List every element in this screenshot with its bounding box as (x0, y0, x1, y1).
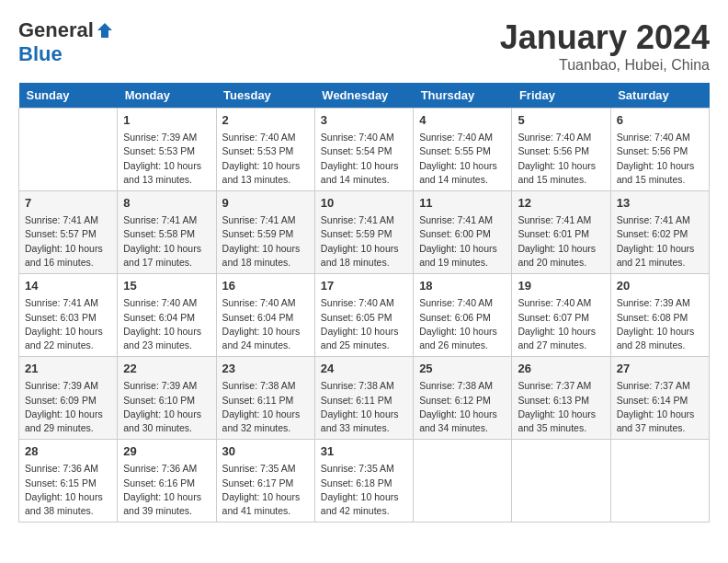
table-row: 10Sunrise: 7:41 AMSunset: 5:59 PMDayligh… (314, 191, 413, 274)
day-number: 2 (222, 112, 309, 129)
day-info: Sunrise: 7:40 AMSunset: 5:56 PMDaylight:… (518, 131, 604, 187)
day-number: 19 (518, 278, 604, 294)
table-row: 8Sunrise: 7:41 AMSunset: 5:58 PMDaylight… (118, 191, 216, 274)
table-row: 20Sunrise: 7:39 AMSunset: 6:08 PMDayligh… (610, 274, 709, 357)
day-info: Sunrise: 7:38 AMSunset: 6:11 PMDaylight:… (321, 379, 407, 435)
day-number: 13 (617, 195, 703, 212)
table-row: 27Sunrise: 7:37 AMSunset: 6:14 PMDayligh… (610, 357, 709, 440)
day-info: Sunrise: 7:41 AMSunset: 6:01 PMDaylight:… (518, 213, 604, 270)
day-info: Sunrise: 7:37 AMSunset: 6:13 PMDaylight:… (518, 379, 604, 435)
day-info: Sunrise: 7:39 AMSunset: 6:09 PMDaylight:… (25, 379, 111, 435)
table-row: 13Sunrise: 7:41 AMSunset: 6:02 PMDayligh… (610, 191, 709, 274)
table-row: 22Sunrise: 7:39 AMSunset: 6:10 PMDayligh… (118, 357, 216, 440)
table-row: 16Sunrise: 7:40 AMSunset: 6:04 PMDayligh… (216, 274, 314, 357)
table-row: 2Sunrise: 7:40 AMSunset: 5:53 PMDaylight… (216, 109, 314, 191)
table-row: 23Sunrise: 7:38 AMSunset: 6:11 PMDayligh… (216, 357, 314, 440)
day-number: 24 (321, 361, 407, 377)
day-info: Sunrise: 7:40 AMSunset: 5:56 PMDaylight:… (617, 131, 703, 187)
day-number: 1 (123, 112, 210, 129)
table-row: 14Sunrise: 7:41 AMSunset: 6:03 PMDayligh… (19, 274, 118, 357)
day-info: Sunrise: 7:39 AMSunset: 5:53 PMDaylight:… (123, 131, 210, 187)
table-row: 24Sunrise: 7:38 AMSunset: 6:11 PMDayligh… (314, 357, 413, 440)
day-number: 8 (123, 195, 210, 212)
day-number: 25 (419, 361, 506, 377)
week-row-3: 14Sunrise: 7:41 AMSunset: 6:03 PMDayligh… (19, 274, 710, 357)
logo-general-text: General (18, 18, 94, 42)
day-info: Sunrise: 7:40 AMSunset: 6:07 PMDaylight:… (518, 296, 604, 352)
day-number: 21 (25, 361, 111, 377)
day-number: 28 (25, 443, 111, 460)
header-monday: Monday (118, 83, 216, 109)
day-info: Sunrise: 7:37 AMSunset: 6:14 PMDaylight:… (617, 379, 703, 435)
day-info: Sunrise: 7:41 AMSunset: 6:02 PMDaylight:… (617, 213, 703, 270)
table-row: 1Sunrise: 7:39 AMSunset: 5:53 PMDaylight… (118, 109, 216, 191)
logo-icon (96, 21, 114, 40)
table-row: 6Sunrise: 7:40 AMSunset: 5:56 PMDaylight… (610, 109, 709, 191)
table-row (19, 109, 118, 191)
month-year-title: January 2024 (500, 18, 710, 57)
days-header-row: Sunday Monday Tuesday Wednesday Thursday… (19, 83, 710, 109)
calendar-table: Sunday Monday Tuesday Wednesday Thursday… (18, 83, 710, 523)
day-info: Sunrise: 7:41 AMSunset: 5:58 PMDaylight:… (123, 213, 210, 270)
day-number: 29 (123, 443, 210, 460)
day-number: 16 (222, 278, 309, 294)
day-info: Sunrise: 7:35 AMSunset: 6:18 PMDaylight:… (321, 462, 407, 518)
header-wednesday: Wednesday (314, 83, 413, 109)
day-number: 20 (617, 278, 703, 294)
table-row: 3Sunrise: 7:40 AMSunset: 5:54 PMDaylight… (314, 109, 413, 191)
day-info: Sunrise: 7:41 AMSunset: 6:00 PMDaylight:… (419, 213, 506, 270)
day-info: Sunrise: 7:40 AMSunset: 5:55 PMDaylight:… (419, 131, 506, 187)
header-friday: Friday (512, 83, 610, 109)
week-row-1: 1Sunrise: 7:39 AMSunset: 5:53 PMDaylight… (19, 109, 710, 191)
location-subtitle: Tuanbao, Hubei, China (500, 57, 710, 74)
header: General Blue January 2024 Tuanbao, Hubei… (18, 18, 710, 74)
table-row: 12Sunrise: 7:41 AMSunset: 6:01 PMDayligh… (512, 191, 610, 274)
table-row (512, 440, 610, 523)
table-row: 19Sunrise: 7:40 AMSunset: 6:07 PMDayligh… (512, 274, 610, 357)
day-number: 5 (518, 112, 604, 129)
table-row: 11Sunrise: 7:41 AMSunset: 6:00 PMDayligh… (414, 191, 512, 274)
day-info: Sunrise: 7:40 AMSunset: 5:54 PMDaylight:… (321, 131, 407, 187)
day-info: Sunrise: 7:41 AMSunset: 6:03 PMDaylight:… (25, 296, 111, 352)
day-info: Sunrise: 7:41 AMSunset: 5:57 PMDaylight:… (25, 213, 111, 270)
logo-blue-text: Blue (18, 42, 63, 66)
day-number: 10 (321, 195, 407, 212)
day-info: Sunrise: 7:40 AMSunset: 6:04 PMDaylight:… (222, 296, 309, 352)
table-row: 29Sunrise: 7:36 AMSunset: 6:16 PMDayligh… (118, 440, 216, 523)
day-number: 11 (419, 195, 506, 212)
day-number: 3 (321, 112, 407, 129)
table-row: 28Sunrise: 7:36 AMSunset: 6:15 PMDayligh… (19, 440, 118, 523)
day-info: Sunrise: 7:41 AMSunset: 5:59 PMDaylight:… (321, 213, 407, 270)
day-info: Sunrise: 7:40 AMSunset: 5:53 PMDaylight:… (222, 131, 309, 187)
day-info: Sunrise: 7:40 AMSunset: 6:05 PMDaylight:… (321, 296, 407, 352)
header-tuesday: Tuesday (216, 83, 314, 109)
table-row: 7Sunrise: 7:41 AMSunset: 5:57 PMDaylight… (19, 191, 118, 274)
header-thursday: Thursday (414, 83, 512, 109)
day-info: Sunrise: 7:35 AMSunset: 6:17 PMDaylight:… (222, 462, 309, 518)
day-info: Sunrise: 7:38 AMSunset: 6:11 PMDaylight:… (222, 379, 309, 435)
table-row: 30Sunrise: 7:35 AMSunset: 6:17 PMDayligh… (216, 440, 314, 523)
svg-marker-0 (97, 23, 112, 38)
table-row: 17Sunrise: 7:40 AMSunset: 6:05 PMDayligh… (314, 274, 413, 357)
day-info: Sunrise: 7:39 AMSunset: 6:10 PMDaylight:… (123, 379, 210, 435)
day-info: Sunrise: 7:36 AMSunset: 6:16 PMDaylight:… (123, 462, 210, 518)
day-info: Sunrise: 7:39 AMSunset: 6:08 PMDaylight:… (617, 296, 703, 352)
day-number: 6 (617, 112, 703, 129)
table-row: 4Sunrise: 7:40 AMSunset: 5:55 PMDaylight… (414, 109, 512, 191)
day-number: 17 (321, 278, 407, 294)
day-number: 26 (518, 361, 604, 377)
day-info: Sunrise: 7:41 AMSunset: 5:59 PMDaylight:… (222, 213, 309, 270)
day-number: 9 (222, 195, 309, 212)
day-info: Sunrise: 7:38 AMSunset: 6:12 PMDaylight:… (419, 379, 506, 435)
table-row: 18Sunrise: 7:40 AMSunset: 6:06 PMDayligh… (414, 274, 512, 357)
day-number: 18 (419, 278, 506, 294)
day-info: Sunrise: 7:40 AMSunset: 6:04 PMDaylight:… (123, 296, 210, 352)
day-number: 7 (25, 195, 111, 212)
header-saturday: Saturday (610, 83, 709, 109)
header-sunday: Sunday (19, 83, 118, 109)
day-number: 22 (123, 361, 210, 377)
day-number: 30 (222, 443, 309, 460)
day-number: 4 (419, 112, 506, 129)
table-row: 9Sunrise: 7:41 AMSunset: 5:59 PMDaylight… (216, 191, 314, 274)
table-row: 25Sunrise: 7:38 AMSunset: 6:12 PMDayligh… (414, 357, 512, 440)
